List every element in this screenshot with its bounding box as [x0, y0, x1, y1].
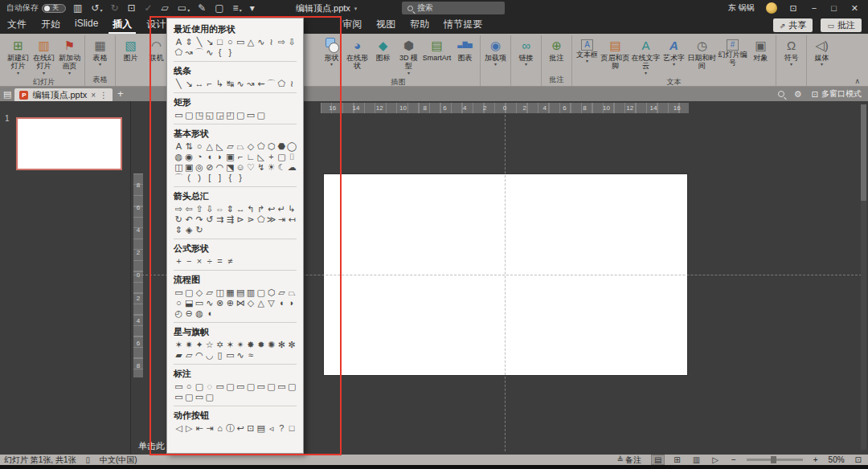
ribbon-tab[interactable]: 情节提要 [440, 15, 486, 35]
new-slide-button[interactable]: ⊞新建幻灯片▾ [6, 36, 31, 75]
shape-item[interactable]: ✷ [184, 340, 194, 350]
shape-item[interactable]: ⇧ [194, 204, 205, 214]
online-word-cloud-button[interactable]: A在线文字云▾ [631, 36, 661, 75]
shape-item[interactable]: ↯ [256, 162, 266, 173]
shape-item[interactable]: ○ [225, 37, 235, 47]
shape-item[interactable]: ⌐ [204, 79, 215, 89]
shape-item[interactable]: } [235, 173, 246, 183]
shape-item[interactable]: ☺ [235, 162, 246, 173]
shape-item[interactable]: ✴ [235, 340, 246, 350]
close-icon[interactable]: ✕ [851, 4, 858, 13]
shape-item[interactable]: ↘ [184, 79, 194, 89]
scrollbar-thumb[interactable] [861, 104, 866, 201]
shape-item[interactable]: ↔ [194, 79, 205, 89]
shape-item[interactable]: ⏢ [235, 141, 246, 152]
online-picture-button[interactable]: ◠联机 [144, 36, 169, 67]
shape-item[interactable]: ↻ [194, 225, 205, 235]
shape-item[interactable]: ▢ [204, 392, 215, 402]
shape-item[interactable]: ⬣ [276, 141, 287, 152]
online-slides-button[interactable]: ▥在线幻灯片▾ [31, 36, 56, 75]
ribbon-tab[interactable]: 帮助 [406, 15, 433, 35]
comments-button[interactable]: ▭ 批注 [821, 18, 862, 32]
picture-button[interactable]: ▧图片 [118, 36, 143, 67]
shape-item[interactable]: ∿ [204, 298, 215, 308]
shape-item[interactable]: ▤ [235, 288, 246, 298]
shape-item[interactable]: ▢ [256, 288, 266, 298]
icons-button[interactable]: ◆图标 [371, 36, 395, 75]
shape-item[interactable]: ◌ [204, 381, 215, 392]
shape-item[interactable]: ↘ [204, 37, 215, 47]
shape-item[interactable]: ⇕ [174, 225, 184, 235]
vertical-guide[interactable] [505, 115, 506, 451]
collapse-ribbon-icon[interactable]: ∧ [854, 77, 860, 85]
shape-item[interactable]: ∿ [204, 47, 215, 58]
autosave-toggle[interactable]: 自动保存 关 [6, 2, 66, 14]
shape-item[interactable]: ▢ [184, 392, 194, 402]
shape-item[interactable]: ⓘ [225, 423, 235, 434]
shape-item[interactable]: ◁ [174, 423, 184, 434]
shape-item[interactable]: ╲ [174, 79, 184, 89]
shape-item[interactable]: ⊳ [235, 214, 246, 225]
shape-item[interactable]: ◫ [174, 162, 184, 173]
shape-item[interactable]: ◇ [194, 288, 205, 298]
shape-item[interactable]: ☁ [287, 162, 297, 173]
shape-item[interactable]: ≈ [246, 350, 256, 361]
slide-sorter-icon[interactable]: ⊞ [671, 455, 682, 464]
vertical-scrollbar[interactable] [861, 104, 866, 450]
shape-item[interactable]: ↵ [276, 204, 287, 214]
autosave-switch-icon[interactable]: 关 [42, 4, 66, 13]
minimize-icon[interactable]: − [812, 4, 817, 13]
share-button[interactable]: ⇗ 共享 [773, 18, 813, 32]
shape-item[interactable]: ✡ [215, 340, 225, 350]
shape-item[interactable]: = [215, 256, 225, 267]
shape-item[interactable]: ↩ [266, 204, 276, 214]
shape-item[interactable]: ∿ [235, 350, 246, 361]
slideshow-icon[interactable]: ▷ [710, 455, 721, 464]
accessibility-icon[interactable]: ▯ [85, 455, 90, 464]
shape-item[interactable]: ▭ [174, 288, 184, 298]
shape-item[interactable]: ⇕ [225, 204, 235, 214]
shape-item[interactable]: ↩ [235, 423, 246, 434]
shape-item[interactable]: + [174, 256, 184, 267]
slide-page-icon[interactable]: ▢ [215, 3, 224, 13]
shape-item[interactable]: ▢ [235, 110, 246, 120]
shape-item[interactable]: ✸ [246, 340, 256, 350]
shape-item[interactable]: ◴ [174, 308, 184, 319]
shape-item[interactable]: ▢ [287, 381, 297, 392]
shape-item[interactable]: ↱ [256, 204, 266, 214]
shape-item[interactable]: ▢ [194, 381, 205, 392]
shape-item[interactable]: △ [246, 37, 256, 47]
shape-item[interactable]: ◃ [266, 423, 276, 434]
shape-item[interactable]: □ [287, 423, 297, 434]
table-button[interactable]: ▦表格▾ [88, 36, 113, 67]
shape-item[interactable]: − [184, 256, 194, 267]
shape-item[interactable]: ▯ [215, 350, 225, 361]
shape-item[interactable]: ▢ [256, 110, 266, 120]
shape-item[interactable]: ⊖ [184, 308, 194, 319]
shape-item[interactable]: ○ [174, 298, 184, 308]
shape-item[interactable]: ▦ [225, 288, 235, 298]
shape-item[interactable]: ▥ [246, 288, 256, 298]
slide-thumbnail[interactable] [16, 117, 122, 170]
shape-item[interactable]: ◺ [256, 152, 266, 162]
shape-item[interactable]: ◡ [204, 350, 215, 361]
shape-item[interactable]: ⋈ [235, 298, 246, 308]
shape-item[interactable]: ◗ [287, 298, 297, 308]
close-tab-icon[interactable]: × [91, 91, 96, 100]
language-indicator[interactable]: 中文(中国) [100, 455, 137, 466]
shape-item[interactable]: ▭ [194, 392, 205, 402]
online-shapes-button[interactable]: ◕在线形状 [345, 36, 370, 75]
shape-item[interactable]: ▢ [225, 381, 235, 392]
shape-item[interactable]: [ [204, 173, 215, 183]
shape-item[interactable]: ⇥ [204, 423, 215, 434]
shape-item[interactable]: ⇜ [256, 79, 266, 89]
zoom-in-button[interactable]: + [813, 455, 818, 464]
shape-item[interactable]: + [266, 152, 276, 162]
customize-qat-icon[interactable]: ▾ [250, 3, 256, 13]
shape-item[interactable]: A [174, 141, 184, 152]
shape-item[interactable]: ⌒ [266, 79, 276, 89]
start-slideshow-icon[interactable]: ⊡ [127, 3, 136, 13]
shape-item[interactable]: ▭ [235, 381, 246, 392]
shape-item[interactable]: ▭ [174, 381, 184, 392]
shape-item[interactable]: ⊡ [246, 423, 256, 434]
